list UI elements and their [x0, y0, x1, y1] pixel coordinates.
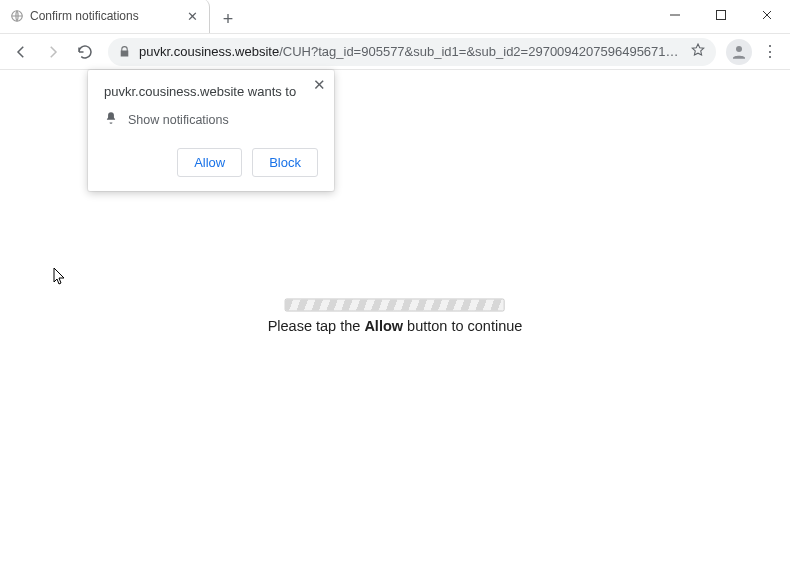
- menu-button[interactable]: ⋮: [756, 42, 784, 61]
- tab-title: Confirm notifications: [30, 9, 179, 23]
- close-icon[interactable]: ✕: [310, 76, 328, 94]
- new-tab-button[interactable]: +: [214, 5, 242, 33]
- globe-icon: [10, 9, 24, 23]
- mouse-cursor-icon: [53, 267, 67, 289]
- notification-permission-popup: ✕ puvkr.cousiness.website wants to Show …: [88, 70, 334, 191]
- back-button[interactable]: [6, 37, 36, 67]
- browser-toolbar: puvkr.cousiness.website/CUH?tag_id=90557…: [0, 34, 790, 70]
- page-message: Please tap the Allow button to continue: [268, 318, 523, 334]
- block-button[interactable]: Block: [252, 148, 318, 177]
- allow-button[interactable]: Allow: [177, 148, 242, 177]
- browser-tab[interactable]: Confirm notifications ✕: [0, 0, 210, 33]
- window-controls: [652, 0, 790, 30]
- close-window-button[interactable]: [744, 0, 790, 30]
- reload-button[interactable]: [70, 37, 100, 67]
- permission-origin-text: puvkr.cousiness.website wants to: [104, 84, 318, 99]
- page-content: Please tap the Allow button to continue: [268, 299, 523, 334]
- close-tab-button[interactable]: ✕: [185, 9, 199, 24]
- url-text: puvkr.cousiness.website/CUH?tag_id=90557…: [139, 44, 682, 59]
- minimize-button[interactable]: [652, 0, 698, 30]
- svg-point-5: [736, 46, 742, 52]
- bookmark-star-icon[interactable]: [690, 42, 706, 61]
- profile-avatar[interactable]: [726, 39, 752, 65]
- fake-progress-bar: [285, 299, 505, 312]
- page-viewport: ✕ puvkr.cousiness.website wants to Show …: [0, 70, 790, 562]
- address-bar[interactable]: puvkr.cousiness.website/CUH?tag_id=90557…: [108, 38, 716, 66]
- forward-button[interactable]: [38, 37, 68, 67]
- bell-icon: [104, 111, 118, 128]
- maximize-button[interactable]: [698, 0, 744, 30]
- permission-capability-text: Show notifications: [128, 113, 229, 127]
- svg-rect-2: [717, 11, 726, 20]
- lock-icon: [118, 45, 131, 58]
- browser-titlebar: Confirm notifications ✕ +: [0, 0, 790, 34]
